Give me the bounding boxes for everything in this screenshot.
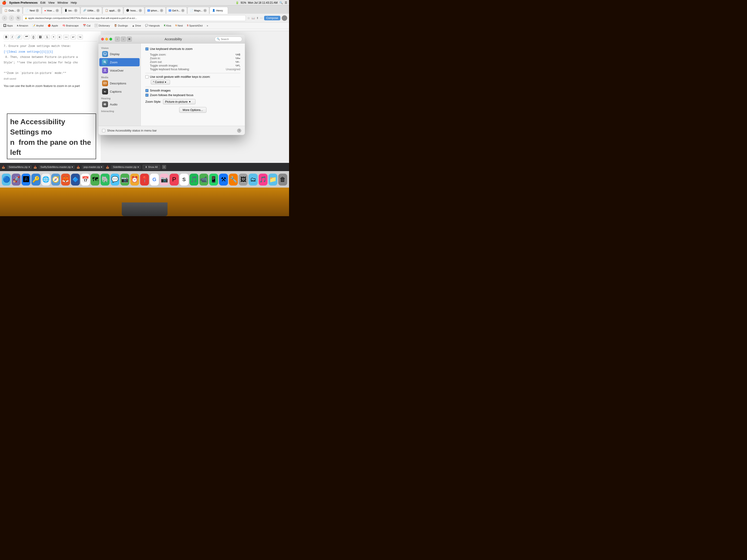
tab-close[interactable]: × bbox=[36, 9, 39, 12]
search-icon[interactable]: 🔍 bbox=[279, 1, 283, 4]
address-bar[interactable]: 🔒 apple.stackexchange.com/questions/2463… bbox=[22, 15, 246, 21]
compose-button[interactable]: Compose bbox=[264, 16, 280, 20]
dock-maps[interactable]: 🗺 bbox=[91, 174, 100, 186]
more-icon[interactable]: ⋯ bbox=[260, 17, 263, 20]
menu-system-prefs[interactable]: System Preferences bbox=[9, 1, 37, 4]
dock-launchpad[interactable]: 🚀 bbox=[12, 174, 21, 186]
bookmark-apple[interactable]: 🍎 Apple bbox=[46, 24, 59, 27]
dock-facetime2[interactable]: 📹 bbox=[199, 174, 208, 186]
italic-button[interactable]: I bbox=[10, 35, 14, 39]
bookmark-dictionary[interactable]: D Dictionary bbox=[93, 23, 111, 28]
download-item-3[interactable]: pop-master.zip ▾ bbox=[82, 165, 104, 169]
download-item-4[interactable]: SideMenu-master.zip ▾ bbox=[111, 165, 140, 169]
panel-back-button[interactable]: ‹ bbox=[115, 36, 120, 42]
sidebar-item-voiceover[interactable]: VoiceOver bbox=[99, 66, 139, 75]
download-item-2[interactable]: SwiftySideMenu-master.zip ▾ bbox=[39, 165, 75, 169]
hr-button[interactable]: — bbox=[63, 35, 69, 39]
dock-xcode[interactable]: ⚒ bbox=[219, 174, 228, 186]
bold-button[interactable]: B bbox=[4, 35, 9, 39]
dock-evernote[interactable]: 🐘 bbox=[101, 174, 109, 186]
help-button[interactable]: ? bbox=[237, 129, 241, 133]
minimize-button[interactable] bbox=[105, 38, 108, 41]
bookmark-more[interactable]: » bbox=[205, 24, 209, 27]
bookmark-kiva[interactable]: K Kiva bbox=[162, 24, 173, 27]
tab-appli[interactable]: 📋 appli... × bbox=[103, 7, 123, 14]
tab-nest[interactable]: 📄 Nest × bbox=[23, 7, 42, 14]
tab-how[interactable]: ● How ... × bbox=[42, 7, 61, 14]
apple-menu[interactable]: 🍎 bbox=[2, 0, 6, 5]
tab-close[interactable]: × bbox=[203, 9, 207, 12]
bookmark-amazon[interactable]: a Amazon bbox=[16, 24, 29, 27]
tab-close[interactable]: × bbox=[160, 9, 163, 12]
panel-grid-button[interactable]: ⊞ bbox=[127, 36, 132, 42]
bookmark-brainscape[interactable]: 🧠 Brainscape bbox=[61, 24, 80, 27]
dock-google[interactable]: G bbox=[150, 174, 159, 186]
sidebar-item-zoom[interactable]: Zoom bbox=[99, 58, 139, 66]
close-button[interactable] bbox=[101, 38, 104, 41]
close-downloads-button[interactable]: × bbox=[162, 165, 166, 169]
bookmark-nest[interactable]: N Nest bbox=[174, 24, 184, 27]
dock-clock[interactable]: ⏰ bbox=[130, 174, 139, 186]
dock-1password[interactable]: 🔑 bbox=[31, 174, 40, 186]
back-button[interactable]: ‹ bbox=[2, 15, 7, 21]
tab-ios[interactable]: 📱 ios - × bbox=[62, 7, 80, 14]
dock-calendar[interactable]: 📅 bbox=[81, 174, 90, 186]
tab-uiale[interactable]: 🔗 UIAle... × bbox=[81, 7, 102, 14]
tab-close[interactable]: × bbox=[181, 9, 184, 12]
tab-close[interactable]: × bbox=[56, 9, 59, 12]
tab-henry[interactable]: 👤 Henry bbox=[210, 7, 228, 14]
dock-bluetooth[interactable]: 🔷 bbox=[71, 174, 80, 186]
zoom-follows-keyboard-checkbox[interactable]: ✓ bbox=[145, 94, 149, 97]
bookmark-star[interactable]: ☆ bbox=[247, 16, 250, 20]
tab-hoss[interactable]: ⚫ hoss... × bbox=[124, 7, 144, 14]
dock-facetime[interactable]: 📷 bbox=[120, 174, 129, 186]
menu-window[interactable]: Window bbox=[57, 1, 68, 4]
tab-magn[interactable]: 📄 Magn... × bbox=[187, 7, 209, 14]
sidebar-item-display[interactable]: Display bbox=[99, 50, 139, 58]
sidebar-item-captions[interactable]: Captions bbox=[99, 87, 139, 96]
tab-close[interactable]: × bbox=[74, 9, 77, 12]
bookmark-anylist[interactable]: 📝 Anylist bbox=[31, 24, 45, 27]
ol-button[interactable]: 1. bbox=[45, 35, 50, 39]
scroll-gesture-checkbox[interactable] bbox=[145, 75, 149, 78]
code-button[interactable]: {} bbox=[31, 35, 36, 39]
dock-finder2[interactable]: 🗂 bbox=[249, 174, 257, 186]
dock-finder[interactable]: 🔵 bbox=[2, 174, 11, 186]
dock-instruments[interactable]: 🔧 bbox=[229, 174, 238, 186]
download-item-1[interactable]: SidebarMenu.zip ▾ bbox=[7, 165, 32, 169]
search-input[interactable] bbox=[221, 38, 241, 41]
menu-help[interactable]: Help bbox=[71, 1, 77, 4]
panel-search[interactable]: 🔍 bbox=[215, 36, 242, 42]
refresh-button[interactable]: ↻ bbox=[16, 15, 21, 21]
menu-view[interactable]: View bbox=[48, 1, 55, 4]
dock-trash[interactable]: 🗑 bbox=[278, 174, 287, 186]
dock-maps2[interactable]: 📍 bbox=[140, 174, 149, 186]
dock-appstore[interactable]: 🅰 bbox=[22, 174, 30, 186]
sidebar-item-audio[interactable]: Audio bbox=[99, 100, 139, 108]
redo-button[interactable]: ↪ bbox=[77, 35, 83, 39]
menu-edit[interactable]: Edit bbox=[40, 1, 45, 4]
dock-finder3[interactable]: 📁 bbox=[268, 174, 277, 186]
dock-chrome[interactable]: 🌐 bbox=[42, 174, 50, 186]
tab-close[interactable]: × bbox=[17, 9, 20, 12]
share-icon[interactable]: ⬆ bbox=[256, 17, 259, 20]
bookmark-cal[interactable]: 📅 Cal bbox=[81, 24, 92, 27]
tab-iphon[interactable]: G iphon... × bbox=[145, 7, 166, 14]
sidebar-item-descriptions[interactable]: Descriptions bbox=[99, 79, 139, 87]
reader-icon[interactable]: 📖 bbox=[252, 17, 255, 20]
bookmark-duolingo[interactable]: 🦉 Duolingo bbox=[112, 24, 129, 27]
dock-photos[interactable]: 📷 bbox=[160, 174, 169, 186]
bookmark-spanishdict[interactable]: S SpanishDict bbox=[186, 24, 204, 27]
tab-close[interactable]: × bbox=[118, 9, 121, 12]
dock-itunes[interactable]: 🎵 bbox=[259, 174, 267, 186]
dock-messages[interactable]: 💬 bbox=[110, 174, 120, 186]
zoom-style-dropdown[interactable]: Picture-in-picture ▾ bbox=[163, 99, 195, 104]
forward-button[interactable]: › bbox=[9, 15, 14, 21]
smooth-images-checkbox[interactable]: ✓ bbox=[145, 89, 149, 92]
ul-button[interactable]: • bbox=[51, 35, 56, 39]
dock-safari[interactable]: 🧭 bbox=[51, 174, 60, 186]
tab-close[interactable]: × bbox=[139, 9, 142, 12]
tab-geth[interactable]: G Get h... × bbox=[166, 7, 187, 14]
dock-whatsapp[interactable]: 📱 bbox=[209, 174, 218, 186]
bookmark-drive[interactable]: ▲ Drive bbox=[131, 24, 143, 27]
